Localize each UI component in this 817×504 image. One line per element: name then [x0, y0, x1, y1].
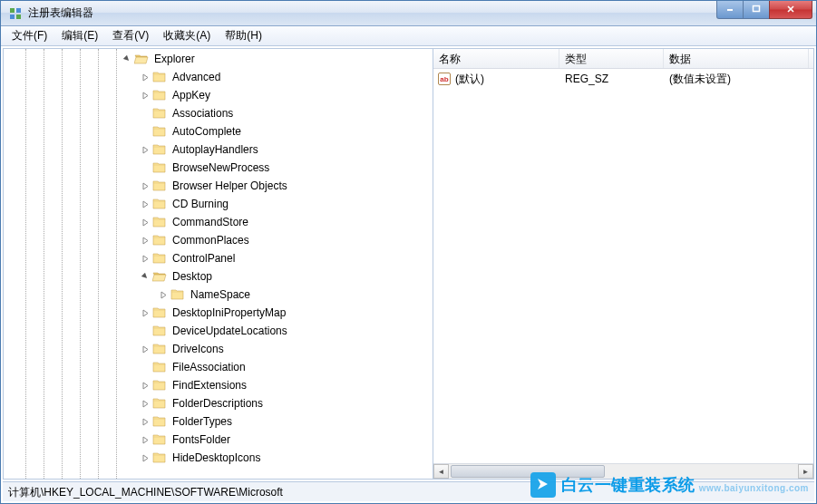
folder-icon [152, 88, 167, 102]
tree-node[interactable]: Explorer [4, 50, 433, 68]
expand-icon[interactable] [138, 342, 152, 356]
tree-node[interactable]: CommonPlaces [4, 231, 433, 249]
collapse-icon[interactable] [138, 269, 152, 284]
folder-icon [152, 324, 167, 338]
tree-node[interactable]: FolderDescriptions [4, 394, 433, 412]
folder-icon [152, 396, 167, 411]
tree-node[interactable]: AutoComplete [4, 122, 433, 141]
string-value-icon: ab [437, 72, 452, 86]
expand-icon[interactable] [138, 396, 152, 411]
menu-item-2[interactable]: 查看(V) [105, 26, 156, 45]
folder-icon [152, 179, 167, 193]
tree-node[interactable]: AutoplayHandlers [4, 141, 433, 159]
menu-item-4[interactable]: 帮助(H) [218, 26, 269, 45]
tree-node[interactable]: FileAssociation [4, 358, 433, 376]
tree-node-label[interactable]: DeviceUpdateLocations [170, 324, 289, 338]
column-header-0[interactable]: 名称 [433, 49, 559, 68]
svg-rect-0 [10, 8, 15, 13]
expand-icon[interactable] [138, 70, 152, 84]
expand-icon[interactable] [138, 142, 152, 157]
expand-icon[interactable] [138, 414, 152, 429]
tree-node[interactable]: DriveIcons [4, 340, 433, 358]
expand-icon[interactable] [138, 251, 152, 266]
tree-node[interactable]: Associations [4, 104, 433, 122]
tree-node[interactable]: DeviceUpdateLocations [4, 322, 433, 340]
titlebar: 注册表编辑器 [1, 1, 816, 26]
expand-icon[interactable] [138, 197, 152, 211]
tree-node[interactable]: FontsFolder [4, 431, 433, 449]
tree-node-label[interactable]: NameSpace [189, 287, 252, 302]
folder-icon [152, 124, 167, 139]
expand-icon[interactable] [138, 215, 152, 229]
tree-node-label[interactable]: AppKey [170, 88, 212, 102]
expand-icon[interactable] [138, 378, 152, 393]
expand-icon[interactable] [138, 305, 152, 320]
tree-node[interactable]: BrowseNewProcess [4, 159, 433, 177]
tree-node[interactable]: NameSpace [4, 286, 433, 304]
tree-node-label[interactable]: Associations [170, 106, 235, 121]
tree-node-label[interactable]: FontsFolder [170, 432, 232, 447]
tree-node-label[interactable]: AutoComplete [170, 124, 243, 139]
content-area: ExplorerAdvancedAppKeyAssociationsAutoCo… [3, 48, 814, 480]
menu-item-1[interactable]: 编辑(E) [54, 26, 105, 45]
expand-icon[interactable] [156, 287, 170, 302]
folder-icon [152, 233, 167, 247]
scroll-left-button[interactable]: ◄ [433, 464, 449, 479]
maximize-button[interactable] [743, 1, 770, 19]
folder-icon [152, 70, 167, 84]
folder-icon [152, 360, 167, 374]
tree-node-label[interactable]: HideDesktopIcons [170, 451, 262, 465]
tree-node-label[interactable]: FolderTypes [170, 414, 234, 429]
expand-icon[interactable] [138, 88, 152, 102]
expand-icon[interactable] [138, 451, 152, 465]
minimize-button[interactable] [716, 1, 744, 19]
list-row[interactable]: ab(默认)REG_SZ(数值未设置) [433, 71, 813, 87]
tree-node-label[interactable]: CommonPlaces [170, 233, 251, 247]
tree-node[interactable]: Browser Helper Objects [4, 177, 433, 195]
folder-icon [152, 414, 167, 429]
tree-node-label[interactable]: FolderDescriptions [170, 396, 265, 411]
tree-node-label[interactable]: CommandStore [170, 215, 250, 229]
tree-node-label[interactable]: DriveIcons [170, 342, 226, 356]
tree-node[interactable]: CD Burning [4, 195, 433, 213]
tree-node-label[interactable]: DesktopIniPropertyMap [170, 305, 287, 320]
tree-node-label[interactable]: ControlPanel [170, 251, 237, 266]
window-controls [717, 1, 812, 19]
column-header-2[interactable]: 数据 [664, 49, 809, 68]
tree-node-label[interactable]: Browser Helper Objects [170, 179, 289, 193]
tree-node[interactable]: FindExtensions [4, 376, 433, 394]
expand-icon[interactable] [138, 233, 152, 247]
tree-node-label[interactable]: FileAssociation [170, 360, 248, 374]
tree-node[interactable]: HideDesktopIcons [4, 449, 433, 467]
tree-node[interactable]: DesktopIniPropertyMap [4, 304, 433, 322]
close-button[interactable] [769, 1, 812, 19]
tree-node[interactable]: ControlPanel [4, 249, 433, 267]
menu-item-3[interactable]: 收藏夹(A) [156, 26, 218, 45]
tree-node[interactable]: CommandStore [4, 213, 433, 231]
folder-icon [152, 142, 167, 157]
folder-open-icon [152, 269, 167, 284]
tree-node-label[interactable]: BrowseNewProcess [170, 160, 271, 175]
status-path: 计算机\HKEY_LOCAL_MACHINE\SOFTWARE\Microsof… [8, 486, 283, 499]
collapse-icon[interactable] [120, 52, 134, 66]
column-header-1[interactable]: 类型 [559, 49, 664, 68]
tree-node-label[interactable]: FindExtensions [170, 378, 248, 393]
expand-icon[interactable] [138, 432, 152, 447]
tree-node-label[interactable]: Desktop [170, 269, 214, 284]
list-body[interactable]: ab(默认)REG_SZ(数值未设置) [433, 69, 813, 463]
tree-node-label[interactable]: AutoplayHandlers [170, 142, 260, 157]
tree-pane[interactable]: ExplorerAdvancedAppKeyAssociationsAutoCo… [4, 49, 433, 479]
svg-rect-2 [10, 15, 15, 19]
tree-node-label[interactable]: Advanced [170, 70, 222, 84]
tree-node[interactable]: Desktop [4, 267, 433, 286]
svg-rect-1 [16, 8, 21, 13]
menu-item-0[interactable]: 文件(F) [5, 26, 54, 45]
tree-node-label[interactable]: CD Burning [170, 197, 230, 211]
tree-node[interactable]: AppKey [4, 86, 433, 104]
expand-icon[interactable] [138, 179, 152, 193]
tree-node-label[interactable]: Explorer [152, 52, 197, 66]
tree-node[interactable]: Advanced [4, 68, 433, 86]
folder-icon [152, 305, 167, 320]
tree-node[interactable]: FolderTypes [4, 412, 433, 431]
watermark-sub: www.baiyunxitong.com [699, 483, 809, 493]
